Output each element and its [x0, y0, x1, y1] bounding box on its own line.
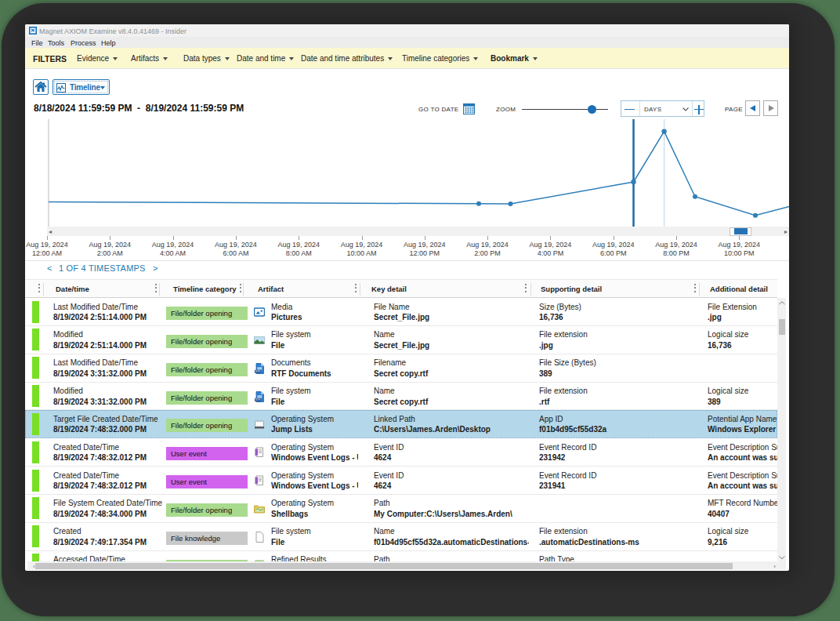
svg-text:RTF: RTF [255, 398, 260, 401]
svg-text:RTF: RTF [255, 370, 260, 373]
